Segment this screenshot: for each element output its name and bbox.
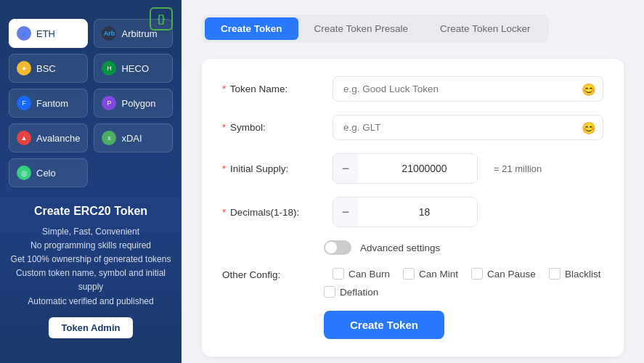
- can-pause-label: Can Pause: [487, 269, 536, 280]
- decimals-input[interactable]: [358, 200, 478, 224]
- required-star-decimals: *: [222, 207, 226, 218]
- can-pause-checkbox[interactable]: [471, 268, 483, 280]
- token-name-label: * Token Name:: [222, 83, 324, 94]
- sidebar-line-4: Custom token name, symbol and initial su…: [9, 266, 173, 294]
- symbol-row: * Symbol: 😊: [222, 115, 603, 140]
- network-btn-eth[interactable]: ◈ ETH: [9, 19, 88, 48]
- network-btn-fantom[interactable]: F Fantom: [9, 89, 88, 118]
- can-mint-checkbox[interactable]: [403, 268, 415, 280]
- network-label-heco: HECO: [121, 63, 149, 74]
- heco-icon: H: [102, 61, 116, 76]
- advanced-settings-toggle[interactable]: [324, 240, 351, 255]
- network-btn-celo[interactable]: ◎ Celo: [9, 158, 88, 187]
- config-option-can-mint[interactable]: Can Mint: [403, 268, 458, 280]
- logo-icon: {}: [150, 7, 173, 30]
- initial-supply-input-wrap: − +: [333, 153, 478, 184]
- can-mint-label: Can Mint: [419, 269, 458, 280]
- sidebar-line-2: No programming skills required: [9, 239, 173, 253]
- network-label-fantom: Fantom: [36, 98, 68, 109]
- symbol-label: * Symbol:: [222, 122, 324, 133]
- main-content: Create Token Create Token Presale Create…: [182, 0, 644, 363]
- bsc-icon: ✦: [17, 61, 31, 76]
- network-label-celo: Celo: [36, 168, 56, 179]
- network-label-eth: ETH: [36, 28, 55, 39]
- network-grid: ◈ ETH Arb Arbitrum ✦ BSC H HECO F Fantom…: [9, 19, 173, 187]
- supply-input[interactable]: [358, 156, 478, 181]
- polygon-icon: P: [102, 96, 116, 110]
- network-btn-xdai[interactable]: x xDAI: [94, 123, 173, 152]
- deflation-label: Deflation: [340, 287, 378, 298]
- advanced-settings-row: Advanced settings: [222, 240, 603, 255]
- symbol-input-wrap: 😊: [333, 115, 603, 140]
- network-btn-heco[interactable]: H HECO: [94, 54, 173, 83]
- config-option-blacklist[interactable]: Blacklist: [549, 268, 601, 280]
- network-label-xdai: xDAI: [121, 133, 142, 144]
- symbol-input[interactable]: [333, 115, 603, 140]
- decimals-label: * Decimals(1-18):: [222, 207, 324, 218]
- deflation-checkbox[interactable]: [324, 286, 335, 298]
- form-section: * Token Name: 😊 * Symbol: 😊 * Initia: [202, 59, 624, 356]
- emoji-icon-name[interactable]: 😊: [582, 82, 596, 96]
- token-admin-button[interactable]: Token Admin: [49, 317, 134, 338]
- emoji-icon-symbol[interactable]: 😊: [582, 121, 596, 134]
- network-btn-avalanche[interactable]: ▲ Avalanche: [9, 123, 88, 152]
- config-option-can-pause[interactable]: Can Pause: [471, 268, 536, 280]
- fantom-icon: F: [17, 96, 31, 110]
- can-burn-checkbox[interactable]: [333, 268, 344, 280]
- sidebar-line-3: Get 100% ownership of generated tokens: [9, 253, 173, 266]
- token-name-row: * Token Name: 😊: [222, 76, 603, 102]
- required-star-supply: *: [222, 163, 226, 174]
- initial-supply-row: * Initial Supply: − + = 21 million: [222, 153, 603, 184]
- sidebar-title: Create ERC20 Token: [9, 202, 173, 221]
- token-name-input[interactable]: [333, 76, 603, 102]
- sidebar-line-5: Automatic verified and published: [9, 295, 173, 309]
- supply-minus-button[interactable]: −: [333, 154, 358, 183]
- celo-icon: ◎: [17, 166, 31, 180]
- required-star-symbol: *: [222, 122, 226, 133]
- sidebar-info: Create ERC20 Token Simple, Fast, Conveni…: [9, 202, 173, 354]
- required-star: *: [222, 83, 226, 94]
- create-token-button[interactable]: Create Token: [324, 311, 444, 339]
- network-label-bsc: BSC: [36, 63, 56, 74]
- advanced-settings-label: Advanced settings: [360, 242, 440, 253]
- tab-create-token-locker[interactable]: Create Token Locker: [424, 17, 546, 40]
- tab-create-token-presale[interactable]: Create Token Presale: [298, 17, 425, 40]
- config-options: Can Burn Can Mint Can Pause Blacklist: [333, 268, 603, 280]
- network-label-polygon: Polygon: [121, 98, 155, 109]
- other-config-label: Other Config:: [222, 268, 324, 280]
- sidebar: {} ◈ ETH Arb Arbitrum ✦ BSC H HECO F Fan…: [0, 0, 182, 363]
- tab-create-token[interactable]: Create Token: [205, 17, 298, 40]
- eth-icon: ◈: [17, 26, 31, 41]
- decimals-row: * Decimals(1-18): − +: [222, 197, 603, 227]
- token-name-input-wrap: 😊: [333, 76, 603, 102]
- can-burn-label: Can Burn: [349, 269, 390, 280]
- million-label: = 21 million: [494, 163, 542, 174]
- decimals-input-wrap: − +: [333, 197, 478, 227]
- initial-supply-label: * Initial Supply:: [222, 163, 324, 174]
- network-label-avalanche: Avalanche: [36, 133, 80, 144]
- config-option-deflation[interactable]: Deflation: [324, 286, 378, 298]
- sidebar-line-1: Simple, Fast, Convenient: [9, 225, 173, 239]
- blacklist-label: Blacklist: [565, 269, 601, 280]
- arb-icon: Arb: [102, 26, 116, 41]
- network-btn-polygon[interactable]: P Polygon: [94, 89, 173, 118]
- network-btn-bsc[interactable]: ✦ BSC: [9, 54, 88, 83]
- xdai-icon: x: [102, 131, 116, 145]
- config-option-can-burn[interactable]: Can Burn: [333, 268, 390, 280]
- tab-bar: Create Token Create Token Presale Create…: [202, 15, 549, 43]
- avalanche-icon: ▲: [17, 131, 31, 145]
- decimals-minus-button[interactable]: −: [333, 197, 358, 227]
- blacklist-checkbox[interactable]: [549, 268, 561, 280]
- deflation-row: Deflation: [222, 286, 603, 298]
- other-config-row: Other Config: Can Burn Can Mint Can Paus…: [222, 268, 603, 280]
